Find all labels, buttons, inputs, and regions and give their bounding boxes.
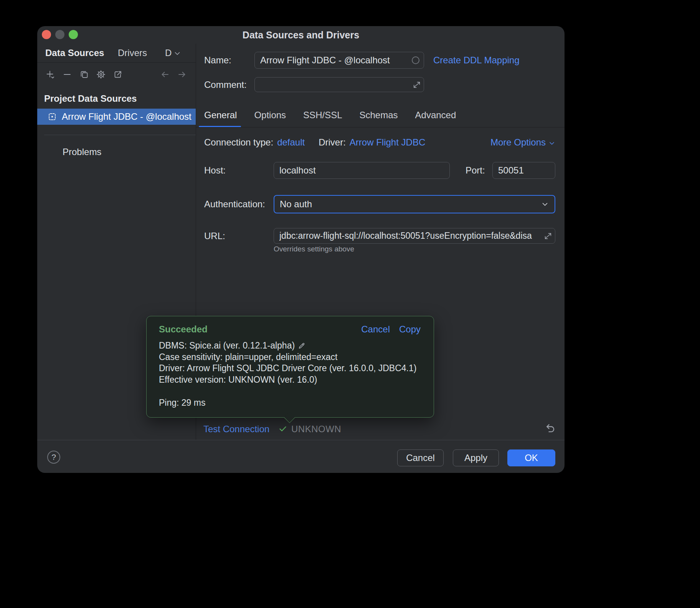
tab-drivers[interactable]: Drivers: [118, 48, 147, 58]
tab-schemas[interactable]: Schemas: [360, 110, 398, 121]
data-source-list-item-selected[interactable]: Arrow Flight JDBC - @localhost: [37, 109, 196, 125]
driver-label: Driver:: [319, 137, 346, 148]
success-check-icon: [278, 424, 287, 433]
more-options-label: More Options: [490, 137, 546, 148]
expand-editor-icon[interactable]: [544, 232, 552, 240]
chevron-down-icon: [541, 200, 549, 208]
connection-type-row: Connection type: default Driver: Arrow F…: [204, 137, 425, 148]
authentication-dropdown[interactable]: No auth: [274, 195, 555, 213]
test-connection-link[interactable]: Test Connection: [203, 424, 269, 435]
dialog-footer: ? Cancel Apply OK: [37, 440, 565, 473]
gear-icon[interactable]: [96, 70, 106, 79]
comment-input[interactable]: [254, 77, 424, 92]
sidebar-item-problems[interactable]: Problems: [63, 147, 101, 157]
dbms-text: DBMS: Spice.ai (ver. 0.12.1-alpha): [159, 340, 295, 350]
url-overrides-hint: Overrides settings above: [274, 245, 354, 253]
popup-links: Cancel Copy: [361, 324, 421, 335]
host-input[interactable]: [274, 162, 450, 179]
add-data-source-icon[interactable]: [46, 70, 55, 79]
url-field-wrap: [274, 228, 555, 244]
remove-icon[interactable]: [63, 70, 72, 79]
chevron-down-icon: [548, 139, 556, 146]
driver-icon: [48, 112, 57, 121]
settings-tab-strip: General Options SSH/SSL Schemas Advanced: [204, 110, 456, 121]
tab-general[interactable]: General: [204, 110, 237, 121]
active-tab-underline: [199, 126, 241, 127]
tab-data-sources[interactable]: Data Sources: [45, 48, 104, 58]
authentication-label: Authentication:: [204, 199, 265, 210]
driver-value-link[interactable]: Arrow Flight JDBC: [350, 137, 425, 148]
tab-advanced[interactable]: Advanced: [415, 110, 456, 121]
url-label: URL:: [204, 231, 225, 241]
port-input[interactable]: [492, 162, 555, 179]
test-connection-popup: Succeeded Cancel Copy DBMS: Spice.ai (ve…: [146, 316, 434, 418]
forward-arrow-icon[interactable]: [177, 70, 187, 79]
connection-type-label: Connection type:: [204, 137, 273, 148]
history-nav: [160, 70, 187, 79]
port-label: Port:: [466, 165, 485, 176]
sidebar-separator: [44, 135, 196, 135]
name-input[interactable]: [254, 52, 424, 69]
revert-icon[interactable]: [545, 423, 556, 433]
sidebar-tab-strip: Data Sources Drivers D: [37, 44, 196, 63]
popup-details: DBMS: Spice.ai (ver. 0.12.1-alpha) Case …: [159, 340, 416, 385]
data-sources-dialog: Data Sources and Drivers Data Sources Dr…: [37, 26, 565, 473]
more-options-link[interactable]: More Options: [490, 137, 556, 148]
authentication-value: No auth: [280, 199, 312, 210]
host-field-wrap: [274, 162, 450, 179]
popup-copy-link[interactable]: Copy: [399, 324, 421, 335]
name-label: Name:: [204, 55, 231, 66]
popup-status: Succeeded: [159, 324, 208, 335]
open-export-icon[interactable]: [113, 70, 122, 79]
host-label: Host:: [204, 165, 226, 176]
help-button[interactable]: ?: [47, 451, 60, 464]
create-ddl-mapping-link[interactable]: Create DDL Mapping: [433, 55, 520, 66]
popup-line-dbms: DBMS: Spice.ai (ver. 0.12.1-alpha): [159, 340, 416, 352]
expand-editor-icon[interactable]: [413, 81, 421, 89]
tab-strip-divider: [196, 127, 565, 127]
chevron-down-icon[interactable]: [173, 49, 182, 58]
tab-ddl-mappings-truncated[interactable]: D: [165, 48, 172, 58]
back-arrow-icon[interactable]: [160, 70, 170, 79]
tab-ssh-ssl[interactable]: SSH/SSL: [303, 110, 342, 121]
cancel-button[interactable]: Cancel: [397, 449, 444, 466]
popup-ping: Ping: 29 ms: [159, 398, 205, 408]
sidebar-toolbar: [46, 70, 122, 79]
popup-cancel-link[interactable]: Cancel: [361, 324, 390, 335]
port-field-wrap: [492, 162, 555, 179]
duplicate-icon[interactable]: [79, 70, 89, 79]
data-source-name: Arrow Flight JDBC - @localhost: [62, 111, 192, 122]
ok-button[interactable]: OK: [507, 449, 555, 466]
name-status-icon: [412, 56, 419, 64]
popup-line-case: Case sensitivity: plain=upper, delimited…: [159, 352, 416, 363]
popup-line-effective: Effective version: UNKNOWN (ver. 16.0): [159, 374, 416, 386]
tab-options[interactable]: Options: [254, 110, 286, 121]
edit-version-pencil-icon[interactable]: [298, 341, 305, 349]
comment-field-wrap: [254, 77, 424, 92]
comment-label: Comment:: [204, 79, 247, 90]
popup-line-driver: Driver: Arrow Flight SQL JDBC Driver Cor…: [159, 363, 416, 374]
window-title: Data Sources and Drivers: [37, 26, 565, 44]
name-field-wrap: [254, 52, 424, 69]
connection-result-text: UNKNOWN: [291, 424, 341, 435]
apply-button[interactable]: Apply: [453, 449, 499, 466]
project-data-sources-header: Project Data Sources: [44, 93, 137, 104]
connection-type-value[interactable]: default: [277, 137, 305, 148]
url-input[interactable]: [274, 228, 555, 244]
